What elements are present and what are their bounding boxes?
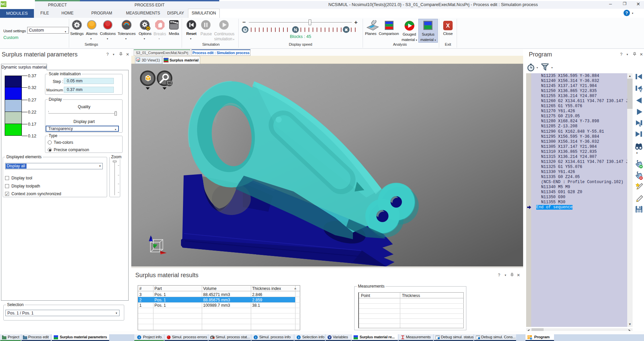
svg-text:N: N [294, 27, 297, 32]
svg-text:V: V [329, 336, 331, 339]
svg-text:✖: ✖ [344, 28, 348, 32]
svg-text:X: X [446, 23, 450, 29]
